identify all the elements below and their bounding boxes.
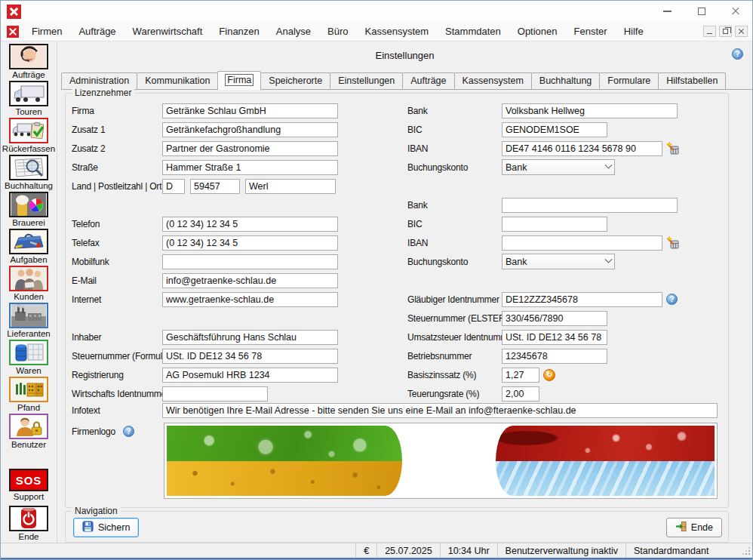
ort-input[interactable] [245, 179, 336, 194]
sidebar-item-aufgaben[interactable]: Aufgaben [2, 229, 56, 265]
bic1-input[interactable] [502, 122, 607, 137]
mdi-restore-icon [723, 29, 728, 34]
land-input[interactable] [162, 179, 185, 194]
registrierung-input[interactable] [162, 368, 338, 383]
field-label-bank2: Bank [407, 200, 502, 211]
truck-check-icon [9, 118, 48, 143]
save-button[interactable]: Sichern [73, 518, 139, 537]
menu-buero[interactable]: Büro [319, 23, 356, 39]
sidebar-item-buchhaltung[interactable]: Buchhaltung [2, 155, 56, 191]
firmenlogo-image[interactable] [164, 423, 718, 499]
steuernummer-formular-input[interactable] [162, 349, 338, 364]
field-label-bic2: BIC [407, 219, 502, 229]
maximize-button[interactable] [684, 1, 718, 22]
bank1-input[interactable] [502, 103, 678, 118]
firma-input[interactable] [162, 103, 338, 118]
field-label-iban2: IBAN [407, 238, 502, 248]
menu-hilfe[interactable]: Hilfe [616, 23, 652, 39]
iban1-input[interactable] [502, 141, 662, 156]
sidebar-item-kunden[interactable]: Kunden [2, 266, 56, 302]
strasse-input[interactable] [162, 160, 338, 175]
field-label-email: E-Mail [72, 275, 162, 286]
menu-finanzen[interactable]: Finanzen [211, 23, 267, 39]
sidebar-item-pfand[interactable]: Pfand [2, 377, 56, 413]
status-bar: € 25.07.2025 10:34 Uhr Benutzerverwaltun… [1, 543, 752, 559]
bank2-input[interactable] [502, 198, 678, 213]
menu-kassensystem[interactable]: Kassensystem [357, 23, 438, 39]
mdi-close-button[interactable] [735, 26, 748, 37]
resize-grip-icon[interactable] [748, 553, 750, 555]
menu-optionen[interactable]: Optionen [509, 23, 566, 39]
tab-formulare[interactable]: Formulare [599, 72, 659, 89]
mdi-close-icon [738, 28, 745, 35]
betriebsnummer-input[interactable] [502, 349, 607, 364]
sidebar-item-auftraege[interactable]: Aufträge [2, 44, 56, 80]
bic2-input[interactable] [502, 217, 607, 232]
tab-auftraege[interactable]: Aufträge [402, 72, 454, 89]
sidebar-item-waren[interactable]: Waren [2, 340, 56, 376]
buchungskonto1-select[interactable]: Bank [502, 159, 615, 175]
status-spacer [1, 543, 355, 558]
mdi-restore-button[interactable] [719, 26, 732, 37]
iban-wizard-icon[interactable] [666, 236, 679, 249]
buchungskonto2-select[interactable]: Bank [502, 254, 615, 269]
zusatz1-input[interactable] [162, 122, 338, 137]
internet-input[interactable] [162, 292, 338, 307]
zusatz2-input[interactable] [162, 141, 338, 156]
sidebar-item-rueckerfassen[interactable]: Rückerfassen [2, 118, 56, 154]
field-label-teuerungsrate: Teuerungsrate (%) [407, 389, 502, 399]
steuernummer-elster-input[interactable] [502, 311, 607, 326]
menu-fenster[interactable]: Fenster [566, 23, 616, 39]
sidebar-item-support[interactable]: SOS Support [2, 469, 56, 505]
inhaber-input[interactable] [162, 330, 338, 345]
status-currency: € [355, 543, 376, 558]
form-row: Infotext [72, 403, 718, 418]
glaeubiger-identnummer-input[interactable] [502, 292, 662, 307]
tab-kassensystem[interactable]: Kassensystem [454, 72, 532, 89]
menu-warenwirtschaft[interactable]: Warenwirtschaft [124, 23, 211, 39]
email-input[interactable] [162, 273, 338, 288]
sidebar-item-benutzer[interactable]: Benutzer [2, 414, 56, 450]
basiszinssatz-input[interactable] [502, 368, 539, 383]
tab-administration[interactable]: Administration [61, 72, 137, 89]
field-label-land-plz-ort: Land | Postleitzahl | Ort [72, 181, 162, 192]
tab-buchhaltung[interactable]: Buchhaltung [531, 72, 601, 89]
sidebar-item-ende[interactable]: Ende [2, 506, 56, 542]
end-button[interactable]: Ende [666, 518, 722, 537]
plz-input[interactable] [190, 179, 240, 194]
chevron-down-icon [605, 256, 613, 263]
wirtschafts-identnummer-input[interactable] [162, 386, 268, 402]
form-row: Steuernummer (Formular) [72, 346, 347, 365]
menu-stammdaten[interactable]: Stammdaten [437, 23, 509, 39]
minimize-button[interactable] [650, 1, 684, 22]
telefax-input[interactable] [162, 235, 338, 251]
glaeubiger-help-button[interactable]: ? [666, 294, 678, 305]
tab-einstellungen[interactable]: Einstellungen [330, 72, 403, 89]
firmenlogo-help-button[interactable]: ? [123, 426, 134, 437]
iban2-input[interactable] [502, 235, 662, 251]
field-label-buchungskonto1: Buchungskonto [407, 162, 502, 173]
infotext-input[interactable] [162, 403, 718, 418]
tab-firma[interactable]: Firma [217, 71, 261, 90]
sidebar-item-lieferanten[interactable]: Lieferanten [2, 303, 56, 339]
settings-panel: Einstellungen ? Administration Kommunika… [57, 42, 752, 543]
umsatzsteuer-identnummer-input[interactable] [502, 330, 607, 345]
mdi-minimize-button[interactable] [703, 26, 716, 37]
teuerungsrate-input[interactable] [502, 386, 539, 402]
form-row: Internet [72, 290, 347, 309]
menu-analyse[interactable]: Analyse [268, 23, 319, 39]
close-button[interactable] [718, 1, 752, 22]
help-button[interactable]: ? [732, 48, 743, 60]
menu-firmen[interactable]: Firmen [23, 23, 70, 39]
mobilfunk-input[interactable] [162, 254, 338, 269]
tab-kommunikation[interactable]: Kommunikation [137, 72, 218, 89]
iban-wizard-icon[interactable] [666, 142, 679, 155]
sidebar-item-brauerei[interactable]: Brauerei [2, 192, 56, 228]
tab-speicherorte[interactable]: Speicherorte [260, 72, 330, 89]
tab-hilfstabellen[interactable]: Hilfstabellen [658, 72, 726, 89]
sidebar-item-touren[interactable]: Touren [2, 81, 56, 117]
form-row: Steuernummer (ELSTER) [407, 309, 724, 328]
telefon-input[interactable] [162, 217, 338, 232]
refresh-icon[interactable]: ↻ [543, 369, 555, 381]
menu-auftraege[interactable]: Aufträge [70, 23, 124, 39]
